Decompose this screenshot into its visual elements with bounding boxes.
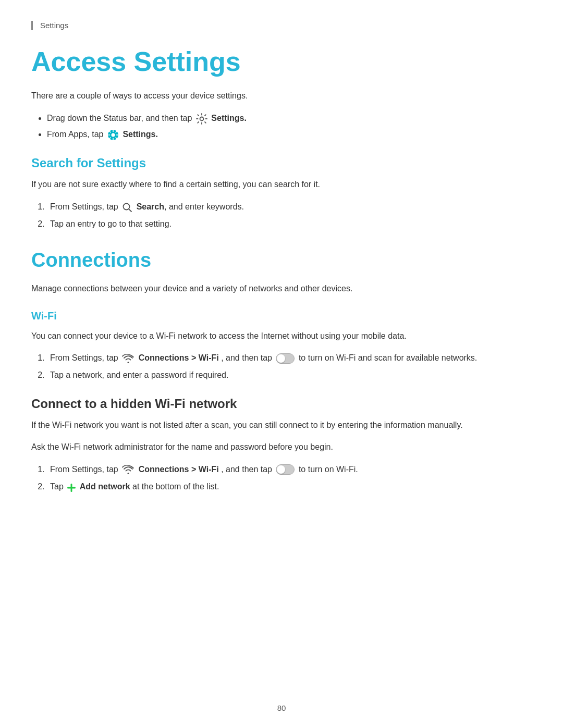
breadcrumb-text: Settings bbox=[40, 21, 68, 30]
bullet-text-before: Drag down the Status bar, and then tap bbox=[47, 114, 194, 122]
bullet-bold-1: Settings. bbox=[211, 114, 247, 122]
search-settings-title: Search for Settings bbox=[31, 156, 532, 170]
search-icon bbox=[122, 202, 132, 213]
wifi-title: Wi-Fi bbox=[31, 310, 532, 322]
connections-intro: Manage connections between your device a… bbox=[31, 282, 532, 295]
hidden-wifi-step-1: From Settings, tap Connections > Wi-Fi ,… bbox=[47, 462, 532, 476]
connections-title: Connections bbox=[31, 250, 532, 272]
bullet-bold-2: Settings. bbox=[123, 130, 158, 139]
list-item: Drag down the Status bar, and then tap S… bbox=[47, 111, 532, 125]
access-methods-list: Drag down the Status bar, and then tap S… bbox=[47, 111, 532, 141]
search-step-2: Tap an entry to go to that setting. bbox=[47, 217, 532, 231]
access-settings-intro: There are a couple of ways to access you… bbox=[31, 89, 532, 103]
list-item: From Apps, tap Settings. bbox=[47, 127, 532, 141]
page-title: Access Settings bbox=[31, 47, 532, 77]
hidden-wifi-intro: If the Wi-Fi network you want is not lis… bbox=[31, 418, 532, 432]
svg-line-4 bbox=[129, 209, 131, 212]
search-step-1: From Settings, tap Search, and enter key… bbox=[47, 200, 532, 214]
hidden-wifi-ask: Ask the Wi-Fi network administrator for … bbox=[31, 440, 532, 454]
svg-point-2 bbox=[111, 133, 115, 137]
wifi-icon bbox=[122, 354, 134, 363]
page: Settings Access Settings There are a cou… bbox=[0, 0, 563, 728]
search-settings-intro: If you are not sure exactly where to fin… bbox=[31, 178, 532, 191]
toggle-icon-2 bbox=[276, 464, 295, 475]
search-steps-list: From Settings, tap Search, and enter key… bbox=[47, 200, 532, 231]
bullet-text-before-2: From Apps, tap bbox=[47, 130, 106, 139]
wifi-steps-list: From Settings, tap Connections > Wi-Fi ,… bbox=[47, 351, 532, 382]
page-number: 80 bbox=[0, 704, 563, 712]
wifi-intro: You can connect your device to a Wi-Fi n… bbox=[31, 329, 532, 343]
breadcrumb: Settings bbox=[31, 21, 532, 30]
svg-rect-6 bbox=[67, 487, 76, 488]
apps-icon bbox=[107, 129, 119, 141]
hidden-wifi-steps-list: From Settings, tap Connections > Wi-Fi ,… bbox=[47, 462, 532, 493]
wifi-step-2: Tap a network, and enter a password if r… bbox=[47, 368, 532, 382]
hidden-wifi-step-2: Tap Add network at the bottom of the lis… bbox=[47, 479, 532, 493]
hidden-wifi-title: Connect to a hidden Wi-Fi network bbox=[31, 397, 532, 411]
gear-icon bbox=[196, 113, 207, 125]
toggle-icon bbox=[276, 353, 295, 364]
wifi-step-1: From Settings, tap Connections > Wi-Fi ,… bbox=[47, 351, 532, 365]
svg-point-0 bbox=[200, 117, 203, 120]
plus-icon bbox=[67, 483, 76, 492]
wifi-icon-2 bbox=[122, 465, 134, 474]
